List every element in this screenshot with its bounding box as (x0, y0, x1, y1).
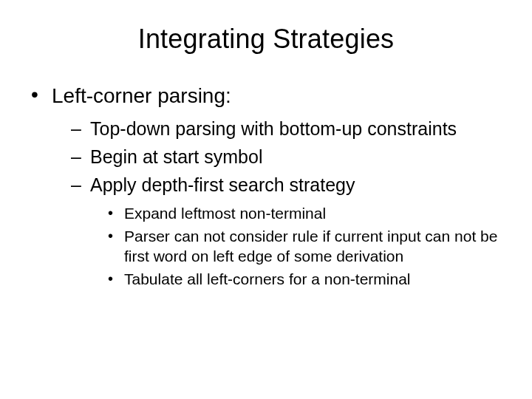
slide-title: Integrating Strategies (27, 24, 505, 55)
list-item: Begin at start symbol (71, 145, 505, 168)
bullet-list-level3: Expand leftmost non-terminal Parser can … (108, 204, 505, 290)
list-item-text: Expand leftmost non-terminal (124, 205, 326, 222)
list-item: Left-corner parsing: Top-down parsing wi… (31, 84, 505, 290)
list-item-text: Top-down parsing with bottom-up constrai… (90, 118, 457, 139)
list-item-text: Left-corner parsing: (52, 84, 231, 107)
bullet-list-level2: Top-down parsing with bottom-up constrai… (71, 117, 505, 290)
list-item-text: Parser can not consider rule if current … (124, 228, 497, 265)
list-item-text: Tabulate all left-corners for a non-term… (124, 270, 411, 287)
list-item-text: Begin at start symbol (90, 146, 262, 167)
list-item: Parser can not consider rule if current … (108, 227, 505, 267)
bullet-list-level1: Left-corner parsing: Top-down parsing wi… (31, 84, 505, 290)
slide: Integrating Strategies Left-corner parsi… (0, 0, 532, 399)
list-item: Tabulate all left-corners for a non-term… (108, 270, 505, 290)
list-item: Expand leftmost non-terminal (108, 204, 505, 224)
list-item-text: Apply depth-first search strategy (90, 174, 355, 195)
list-item: Apply depth-first search strategy Expand… (71, 173, 505, 290)
list-item: Top-down parsing with bottom-up constrai… (71, 117, 505, 140)
